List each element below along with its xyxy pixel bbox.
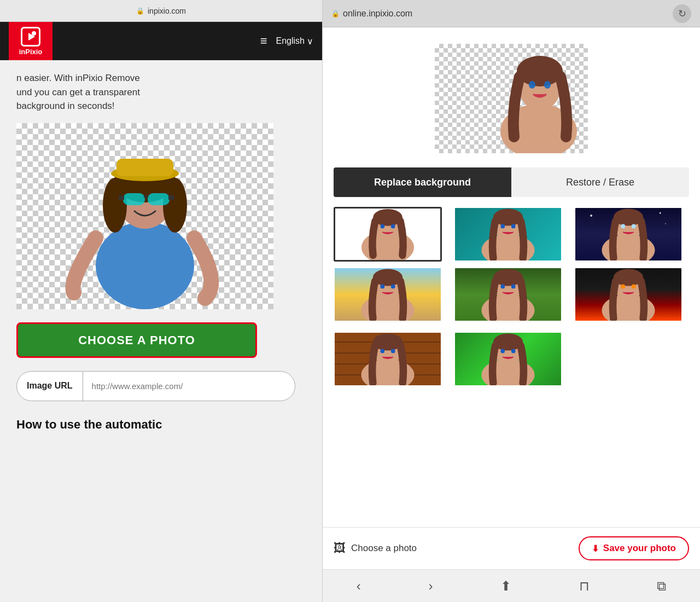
bg-brick-person <box>335 333 441 385</box>
svg-point-29 <box>500 224 505 229</box>
bg-option-green-leaves[interactable] <box>454 332 562 386</box>
tabs-nav-icon[interactable]: ⧉ <box>657 578 666 594</box>
svg-point-5 <box>163 178 187 233</box>
forward-nav-icon[interactable]: › <box>428 578 433 594</box>
bg-green-leaves-preview <box>455 333 561 385</box>
svg-point-38 <box>660 212 661 214</box>
svg-point-68 <box>500 349 505 354</box>
svg-point-37 <box>590 215 592 217</box>
right-main-content: Replace background Restore / Erase <box>323 27 700 527</box>
bg-option-forest[interactable] <box>454 267 562 322</box>
svg-point-45 <box>391 285 395 289</box>
how-to-title: How to use the automatic <box>16 418 306 432</box>
svg-point-61 <box>373 333 402 350</box>
right-browser-bar: 🔒 online.inpixio.com ↻ <box>323 0 700 27</box>
svg-point-67 <box>493 333 523 350</box>
left-browser-panel: 🔒 inpixio.com inPixio ≡ English ∨ n easi… <box>0 0 323 602</box>
bg-white-person <box>335 209 440 260</box>
bg-brick-preview <box>335 333 441 385</box>
navbar: inPixio ≡ English ∨ <box>0 22 322 60</box>
svg-point-43 <box>373 269 402 286</box>
bg-option-teal[interactable] <box>454 207 562 262</box>
image-url-input[interactable] <box>83 372 295 401</box>
selfie-woman-image <box>57 129 232 309</box>
tagline-text: n easier. With inPixio Remove und you ca… <box>16 71 306 113</box>
bottom-bg-options <box>334 332 689 386</box>
svg-point-39 <box>665 223 666 224</box>
svg-point-44 <box>380 285 384 289</box>
svg-point-17 <box>529 81 535 89</box>
bg-green-leaves-person <box>455 333 561 385</box>
svg-point-0 <box>96 222 194 309</box>
bg-forest-preview <box>455 268 561 321</box>
bg-option-brick[interactable] <box>334 332 442 386</box>
back-nav-icon[interactable]: ‹ <box>357 578 361 594</box>
choose-photo-label: Choose a photo <box>351 543 417 554</box>
bottom-actions-bar: 🖼 Choose a photo ⬇ Save your photo <box>323 527 700 569</box>
empty-grid-cell <box>574 332 682 386</box>
language-selector[interactable]: English ∨ <box>276 36 313 47</box>
svg-point-23 <box>381 224 385 229</box>
image-url-label: Image URL <box>17 372 83 401</box>
bg-option-white[interactable] <box>334 207 442 262</box>
svg-point-51 <box>511 285 516 289</box>
choose-photo-button[interactable]: CHOOSE A PHOTO <box>16 322 257 358</box>
bg-option-night[interactable] <box>574 207 682 262</box>
svg-point-69 <box>511 349 516 354</box>
logo-box: inPixio <box>9 22 52 60</box>
bg-option-fire[interactable] <box>574 267 682 322</box>
background-options-grid <box>334 207 689 322</box>
save-photo-label: Save your photo <box>603 543 676 554</box>
svg-point-22 <box>373 209 402 226</box>
svg-point-63 <box>391 349 395 354</box>
bg-white-preview <box>335 209 440 260</box>
bg-teal-person <box>455 208 561 261</box>
bg-forest-person <box>455 268 561 321</box>
demo-image-area <box>16 123 273 309</box>
svg-rect-10 <box>144 195 148 198</box>
image-icon: 🖼 <box>334 541 346 555</box>
mobile-nav-bar: ‹ › ⬆ ⊓ ⧉ <box>323 569 700 602</box>
tab-restore-erase[interactable]: Restore / Erase <box>511 167 689 197</box>
svg-point-4 <box>103 178 127 233</box>
bg-teal-preview <box>455 208 561 261</box>
download-icon: ⬇ <box>592 543 599 554</box>
right-url: online.inpixio.com <box>343 9 412 19</box>
svg-point-35 <box>621 224 625 229</box>
right-url-area: 🔒 online.inpixio.com <box>331 9 412 19</box>
svg-point-34 <box>614 209 643 225</box>
hamburger-menu[interactable]: ≡ <box>260 34 267 48</box>
tabs-row: Replace background Restore / Erase <box>334 167 689 197</box>
choose-photo-bottom-btn[interactable]: 🖼 Choose a photo <box>334 541 417 555</box>
bg-option-beach[interactable] <box>334 267 442 322</box>
svg-point-24 <box>391 224 395 229</box>
logo-dot <box>32 31 36 36</box>
logo-text: inPixio <box>19 48 43 56</box>
left-content-area: n easier. With inPixio Remove und you ca… <box>0 60 322 602</box>
chevron-down-icon: ∨ <box>307 36 313 47</box>
logo-play-icon <box>21 27 40 47</box>
svg-point-56 <box>621 285 625 289</box>
refresh-button[interactable]: ↻ <box>673 4 691 23</box>
bg-night-preview <box>575 208 681 261</box>
svg-point-62 <box>380 349 384 354</box>
svg-rect-11 <box>119 195 124 200</box>
svg-point-28 <box>493 209 523 225</box>
preview-woman-image <box>435 44 588 153</box>
svg-point-30 <box>511 224 516 229</box>
share-nav-icon[interactable]: ⬆ <box>500 578 511 594</box>
tab-replace-background[interactable]: Replace background <box>334 167 511 197</box>
image-url-row: Image URL <box>16 371 295 401</box>
save-photo-button[interactable]: ⬇ Save your photo <box>579 536 689 560</box>
svg-point-57 <box>632 285 636 289</box>
svg-rect-9 <box>148 193 170 205</box>
right-browser-panel: 🔒 online.inpixio.com ↻ <box>323 0 700 602</box>
bg-beach-preview <box>335 268 441 321</box>
left-browser-bar: 🔒 inpixio.com <box>0 0 322 22</box>
preview-image-area <box>334 38 689 159</box>
bookmarks-nav-icon[interactable]: ⊓ <box>579 578 590 594</box>
bg-fire-preview <box>575 268 681 321</box>
svg-rect-8 <box>123 193 145 205</box>
bg-night-person <box>575 208 681 261</box>
right-lock-icon: 🔒 <box>331 10 340 18</box>
